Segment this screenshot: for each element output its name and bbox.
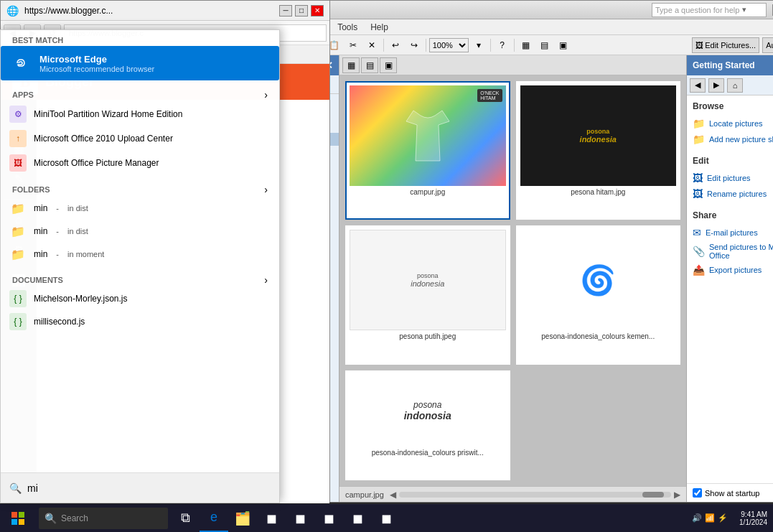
toolbar-btn-zoom[interactable]: ▾ [470,37,487,53]
taskbar-icon-2[interactable]: ◼ [286,504,314,533]
picture-item-3[interactable]: 🌀 pesona-indonesia_colours kemen... [516,225,681,364]
toolbar-btn-help[interactable]: ? [494,37,511,53]
taskbar-icon-explorer[interactable]: 🗂️ [228,504,257,533]
scroll-right-button[interactable]: ▶ [674,490,680,500]
doc-icon-0: { } [9,290,27,307]
folders-header-row: Folders › [1,181,279,197]
taskbar-icon-3[interactable]: ◼ [314,504,343,533]
taskbar-clock[interactable]: 9:41 AM 1/1/2024 [734,510,773,526]
menu-tools[interactable]: Tools [332,21,363,34]
gs-home-button[interactable]: ⌂ [727,78,743,93]
picture-item-1[interactable]: posona indonesia pesona hitam.jpg [516,81,681,220]
toolbar-btn-aa3[interactable]: ▣ [555,37,572,53]
menu-help[interactable]: Help [365,21,394,34]
toolbar-btn-aa1[interactable]: ▦ [517,37,535,53]
svg-rect-4 [19,519,24,525]
view-btn-grid[interactable]: ▦ [342,57,360,73]
picture-thumb-2: posona indonesia [350,230,506,330]
folder-item-0[interactable]: 📁 min - in dist [1,197,279,220]
search-input[interactable] [27,482,271,494]
folders-expand-icon[interactable]: › [264,184,268,195]
doc-icon-1: { } [9,313,27,330]
microsoft-edge-result[interactable]: Microsoft Edge Microsoft recommended bro… [1,46,279,80]
toolbar-divider-2 [383,39,384,52]
view-btn-detail[interactable]: ▣ [380,57,397,73]
help-input[interactable]: Type a question for help ▾ [652,3,767,17]
picture-item-4[interactable]: posona indonosia pesona-indonesia_colour… [345,370,510,480]
toolbar-btn-redo[interactable]: ↪ [406,37,423,53]
posona-full-text2: indonosia [404,410,451,421]
edit-pictures-button[interactable]: 🖼 Edit Pictures... [692,37,759,53]
picture-label-1: pesona hitam.jpg [571,188,625,196]
browser-titlebar: 🌐 https://www.blogger.c... ─ □ ✕ [1,1,329,21]
gs-rename-link[interactable]: 🖼 Rename pictures [693,186,773,202]
scroll-track[interactable] [399,492,671,498]
browser-window-controls: ─ □ ✕ [279,5,324,17]
folder-item-2[interactable]: 📁 min - in moment [1,243,279,266]
toolbar-btn-undo[interactable]: ↩ [387,37,404,53]
taskbar-icon-edge[interactable]: e [200,504,228,533]
help-placeholder: Type a question for help [655,6,739,14]
folder-item-1[interactable]: 📁 min - in dist [1,220,279,243]
gs-browse-title: Browse [693,101,773,111]
app-item-0[interactable]: ⚙ MiniTool Partition Wizard Home Edition [1,102,279,126]
posona-white-text1: posona [411,272,444,279]
explorer-taskbar-icon: 🗂️ [235,510,250,526]
taskbar-search-placeholder: Search [61,513,88,523]
gs-back-button[interactable]: ◀ [690,78,706,93]
app-item-1[interactable]: ↑ Microsoft Office 2010 Upload Center [1,126,279,151]
toolbar-btn-5[interactable]: ✂ [345,37,362,53]
picture-item-2[interactable]: posona indonesia pesona putih.jpeg [345,225,510,364]
show-at-startup-checkbox[interactable] [693,488,702,498]
gs-export-link[interactable]: 📤 Export pictures [693,262,773,278]
doc-item-1[interactable]: { } millisecond.js [1,310,279,333]
taskbar-icon-4[interactable]: ◼ [343,504,372,533]
gs-forward-button[interactable]: ▶ [708,78,724,93]
posona-white-text2: indonesia [411,279,444,288]
edge-svg [14,56,28,70]
gs-edit-pictures-link[interactable]: 🖼 Edit pictures [693,170,773,186]
scroll-left-button[interactable]: ◀ [390,490,396,500]
pic-label-overlay: O'NECKHITAM [477,89,502,102]
gs-add-shortcut-link[interactable]: 📁 Add new picture shortcut [693,131,773,147]
taskbar-search-bar[interactable]: 🔍 Search [39,508,168,529]
gs-edit-section: Edit 🖼 Edit pictures 🖼 Rename pictures [693,156,773,202]
taskbar-icon-1[interactable]: ◼ [257,504,286,533]
edge-icon [9,52,32,75]
app-item-2[interactable]: 🖼 Microsoft Office Picture Manager [1,151,279,175]
picture-thumb-0: O'NECKHITAM [350,85,506,186]
browser-restore[interactable]: □ [295,5,308,17]
task-view-icon: ⧉ [181,510,190,526]
gs-locate-link[interactable]: 📁 Locate pictures [693,116,773,131]
folders-header: Folders [12,185,50,194]
docs-expand-icon[interactable]: › [264,274,268,286]
zoom-selector[interactable]: 100% 75% 50% [429,38,469,52]
auto-correct-button[interactable]: Auto Correct » [762,37,773,53]
gs-send-office-link[interactable]: 📎 Send pictures to Microsoft Office [693,241,773,262]
toolbar-btn-aa2[interactable]: ▤ [536,37,553,53]
folder-location-0: in dist [67,204,88,213]
edge-match-text: Microsoft Edge Microsoft recommended bro… [39,54,154,73]
taskbar-task-view[interactable]: ⧉ [171,504,200,533]
folder-symbol-1: 📁 [11,225,25,238]
doc-item-0[interactable]: { } Michelson-Morley.json.js [1,287,279,310]
clock-date: 1/1/2024 [739,518,767,526]
taskbar-icon-5[interactable]: ◼ [372,504,400,533]
apps-expand-icon[interactable]: › [264,89,268,101]
picture-item-0[interactable]: O'NECKHITAM campur.jpg [345,81,510,220]
app-icon-1: ↑ [9,130,27,147]
browser-minimize[interactable]: ─ [279,5,292,17]
docs-header: Documents [12,276,63,284]
view-btn-list[interactable]: ▤ [361,57,378,73]
taskbar: 🔍 Search ⧉ e 🗂️ ◼ ◼ ◼ ◼ ◼ 🔊 📶 ⚡ 9:41 AM … [0,503,773,532]
picture-thumb-1: posona indonesia [520,85,677,186]
browser-close[interactable]: ✕ [311,5,324,17]
gs-email-link[interactable]: ✉ E-mail pictures [693,225,773,241]
gs-email-label: E-mail pictures [706,228,758,237]
folders-section: Folders › 📁 min - in dist 📁 min - in dis… [1,178,279,269]
start-button[interactable] [0,504,36,533]
edge-name: Microsoft Edge [39,54,154,65]
toolbar-btn-6[interactable]: ✕ [363,37,380,53]
help-dropdown-icon[interactable]: ▾ [742,5,746,14]
picture-thumb-3: 🌀 [520,230,677,330]
